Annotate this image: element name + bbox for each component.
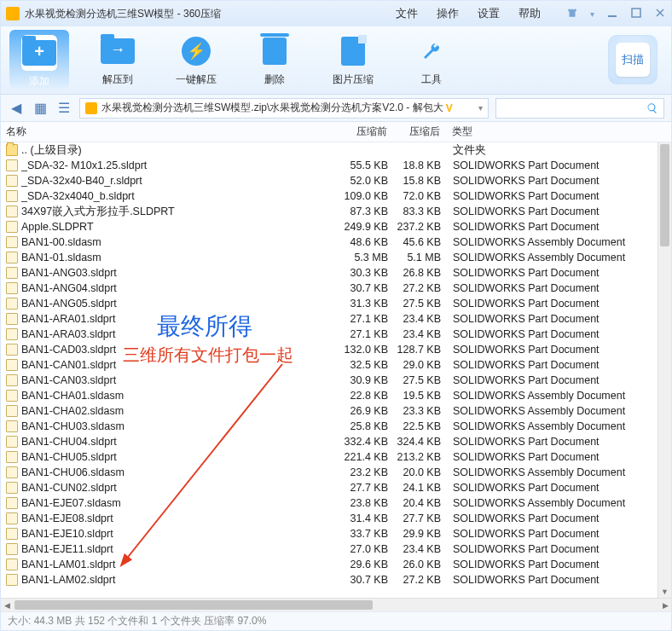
- file-name: BAN1-ANG03.sldprt: [21, 267, 344, 279]
- file-type: SOLIDWORKS Assembly Document: [453, 420, 666, 432]
- table-row[interactable]: _SDA-32- M10x1.25.sldprt55.5 KB18.8 KBSO…: [1, 158, 671, 173]
- file-name: BAN1-EJE08.sldprt: [21, 512, 344, 524]
- table-row[interactable]: BAN1-CAN01.sldprt32.5 KB29.0 KBSOLIDWORK…: [1, 357, 671, 373]
- file-list[interactable]: .. (上级目录)文件夹_SDA-32- M10x1.25.sldprt55.5…: [1, 142, 671, 598]
- file-name: BAN1-CAD03.sldprt: [21, 344, 344, 356]
- file-name: BAN1-ARA03.sldprt: [21, 328, 344, 340]
- list-view-button[interactable]: ▦: [32, 100, 49, 117]
- column-header: 名称 压缩前 压缩后 类型: [1, 122, 671, 142]
- size-before: 22.8 KB: [344, 390, 395, 402]
- file-name: BAN1-ARA01.sldprt: [21, 313, 344, 325]
- table-row[interactable]: _SDA-32x40-B40_r.sldprt52.0 KB15.8 KBSOL…: [1, 173, 671, 188]
- table-row[interactable]: BAN1-CHA02.sldasm26.9 KB23.3 KBSOLIDWORK…: [1, 403, 671, 419]
- table-row[interactable]: BAN1-EJE10.sldprt33.7 KB29.9 KBSOLIDWORK…: [1, 526, 671, 541]
- table-row[interactable]: BAN1-EJE08.sldprt31.4 KB27.7 KBSOLIDWORK…: [1, 511, 671, 526]
- size-before: 5.3 MB: [344, 252, 395, 263]
- table-row[interactable]: BAN1-CAN03.sldprt30.9 KB27.5 KBSOLIDWORK…: [1, 373, 671, 388]
- tools-button[interactable]: 工具: [402, 33, 461, 87]
- file-type: SOLIDWORKS Part Document: [453, 206, 666, 217]
- menu-settings[interactable]: 设置: [478, 6, 500, 21]
- size-before: 29.6 KB: [344, 559, 395, 570]
- file-name: BAN1-ANG05.sldprt: [21, 298, 344, 310]
- table-row[interactable]: BAN1-CHU04.sldprt332.4 KB324.4 KBSOLIDWO…: [1, 434, 671, 449]
- table-row[interactable]: BAN1-ARA03.sldprt27.1 KB23.4 KBSOLIDWORK…: [1, 327, 671, 342]
- table-row[interactable]: Apple.SLDPRT249.9 KB237.2 KBSOLIDWORKS P…: [1, 219, 671, 234]
- table-row[interactable]: BAN1-ANG05.sldprt31.3 KB27.5 KBSOLIDWORK…: [1, 296, 671, 311]
- menu-operate[interactable]: 操作: [437, 6, 459, 21]
- tools-label: 工具: [421, 72, 442, 87]
- col-before[interactable]: 压缩前: [343, 124, 394, 139]
- col-after[interactable]: 压缩后: [394, 124, 452, 139]
- table-row[interactable]: BAN1-CHA01.sldasm22.8 KB19.5 KBSOLIDWORK…: [1, 388, 671, 403]
- file-icon: [6, 344, 18, 356]
- file-icon: [6, 512, 18, 524]
- file-type: 文件夹: [453, 143, 666, 158]
- scan-button[interactable]: 扫描: [608, 35, 658, 84]
- table-row[interactable]: BAN1-EJE11.sldprt27.0 KB23.4 KBSOLIDWORK…: [1, 541, 671, 557]
- file-icon: [6, 267, 18, 279]
- file-icon: [6, 436, 18, 448]
- col-name[interactable]: 名称: [6, 124, 343, 139]
- table-row[interactable]: BAN1-00.sldasm48.6 KB45.6 KBSOLIDWORKS A…: [1, 234, 671, 250]
- hscroll-thumb[interactable]: [14, 600, 373, 610]
- file-icon: [6, 405, 18, 417]
- table-row[interactable]: BAN1-LAM02.sldprt30.7 KB27.2 KBSOLIDWORK…: [1, 572, 671, 588]
- table-row[interactable]: .. (上级目录)文件夹: [1, 142, 671, 158]
- image-compress-button[interactable]: 图片压缩: [323, 33, 383, 87]
- table-row[interactable]: BAN1-CUN02.sldprt27.7 KB24.1 KBSOLIDWORK…: [1, 480, 671, 495]
- search-icon: [646, 102, 658, 114]
- file-name: BAN1-CHU03.sldasm: [21, 420, 344, 432]
- menu-file[interactable]: 文件: [396, 6, 418, 21]
- scroll-thumb[interactable]: [660, 144, 669, 246]
- maximize-button[interactable]: [630, 7, 642, 21]
- folder-icon: [6, 144, 18, 156]
- scroll-left-icon[interactable]: ◀: [1, 599, 13, 611]
- size-after: 27.5 KB: [395, 374, 453, 386]
- path-text: 水果视觉检测分选机三维SW模型.zip\水果视觉检测分选机方案V2.0 - 解包…: [101, 101, 443, 115]
- table-row[interactable]: BAN1-CAD03.sldprt132.0 KB128.7 KBSOLIDWO…: [1, 342, 671, 357]
- scroll-right-icon[interactable]: ▶: [659, 599, 671, 611]
- size-before: 25.8 KB: [344, 420, 395, 432]
- close-button[interactable]: [654, 7, 666, 21]
- extract-to-button[interactable]: 解压到: [88, 33, 148, 87]
- size-after: 128.7 KB: [395, 344, 453, 356]
- table-row[interactable]: BAN1-CHU05.sldprt221.4 KB213.2 KBSOLIDWO…: [1, 449, 671, 465]
- scroll-down-icon[interactable]: ▼: [658, 586, 671, 598]
- table-row[interactable]: BAN1-01.sldasm5.3 MB5.1 MBSOLIDWORKS Ass…: [1, 250, 671, 265]
- table-row[interactable]: BAN1-EJE07.sldasm23.8 KB20.4 KBSOLIDWORK…: [1, 495, 671, 511]
- file-icon: [6, 390, 18, 402]
- vertical-scrollbar[interactable]: ▲ ▼: [658, 142, 671, 598]
- flash-icon: ⚡: [182, 37, 211, 66]
- folder-plus-icon: [22, 40, 56, 66]
- chevron-down-icon[interactable]: ▾: [478, 103, 483, 113]
- table-row[interactable]: BAN1-ARA01.sldprt27.1 KB23.4 KBSOLIDWORK…: [1, 311, 671, 327]
- table-row[interactable]: 34X97嵌入式方形拉手.SLDPRT87.3 KB83.3 KBSOLIDWO…: [1, 204, 671, 219]
- path-input[interactable]: 水果视觉检测分选机三维SW模型.zip\水果视觉检测分选机方案V2.0 - 解包…: [79, 98, 489, 119]
- file-name: BAN1-CHU06.sldasm: [21, 466, 344, 478]
- table-row[interactable]: _SDA-32x4040_b.sldprt109.0 KB72.0 KBSOLI…: [1, 188, 671, 204]
- size-after: 83.3 KB: [395, 206, 453, 217]
- one-click-extract-button[interactable]: ⚡ 一键解压: [166, 33, 226, 87]
- search-input[interactable]: [495, 98, 664, 119]
- menu-help[interactable]: 帮助: [518, 6, 541, 21]
- skin-icon[interactable]: [566, 7, 578, 21]
- file-icon: [6, 482, 18, 494]
- dropdown-icon[interactable]: ▾: [590, 9, 594, 19]
- table-row[interactable]: BAN1-LAM01.sldprt29.6 KB26.0 KBSOLIDWORK…: [1, 557, 671, 572]
- table-row[interactable]: BAN1-CHU06.sldasm23.2 KB20.0 KBSOLIDWORK…: [1, 465, 671, 480]
- nav-back-button[interactable]: ◀: [8, 100, 25, 117]
- delete-button[interactable]: 删除: [245, 33, 304, 87]
- detail-view-button[interactable]: ☰: [55, 100, 72, 117]
- table-row[interactable]: BAN1-ANG04.sldprt30.7 KB27.2 KBSOLIDWORK…: [1, 281, 671, 296]
- add-button[interactable]: 添加: [9, 30, 69, 90]
- minimize-button[interactable]: [606, 7, 618, 21]
- file-icon: [6, 175, 18, 187]
- table-row[interactable]: BAN1-ANG03.sldprt30.3 KB26.8 KBSOLIDWORK…: [1, 265, 671, 281]
- horizontal-scrollbar[interactable]: ◀ ▶: [1, 598, 671, 611]
- col-type[interactable]: 类型: [452, 124, 666, 139]
- file-name: _SDA-32- M10x1.25.sldprt: [21, 159, 344, 171]
- svg-rect-0: [608, 15, 617, 17]
- table-row[interactable]: BAN1-CHU03.sldasm25.8 KB22.5 KBSOLIDWORK…: [1, 419, 671, 434]
- size-after: 324.4 KB: [395, 436, 453, 448]
- status-text: 大小: 44.3 MB 共 152 个文件和 1 个文件夹 压缩率 97.0%: [8, 614, 266, 628]
